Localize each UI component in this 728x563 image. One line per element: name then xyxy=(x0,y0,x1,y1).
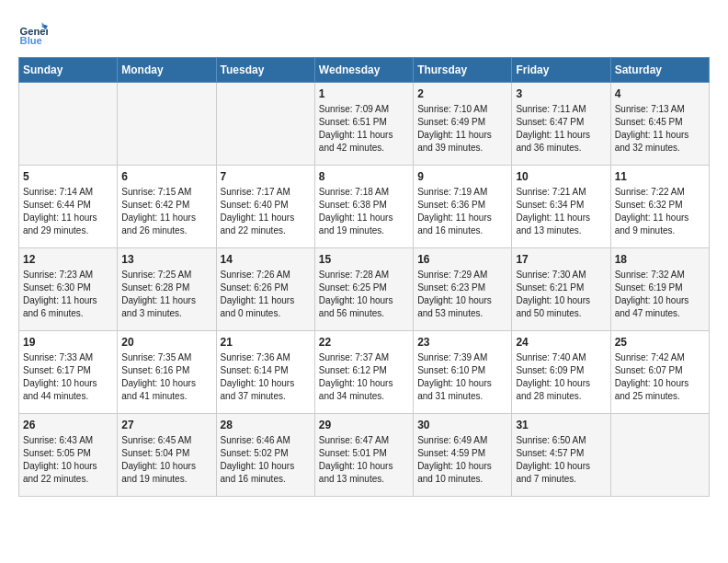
weekday-header-tuesday: Tuesday xyxy=(216,58,314,83)
day-info: Sunrise: 7:36 AMSunset: 6:14 PMDaylight:… xyxy=(221,351,311,403)
calendar-cell: 18Sunrise: 7:32 AMSunset: 6:19 PMDayligh… xyxy=(610,248,709,331)
day-info: Sunrise: 6:47 AMSunset: 5:01 PMDaylight:… xyxy=(319,434,409,486)
week-row-2: 5Sunrise: 7:14 AMSunset: 6:44 PMDaylight… xyxy=(19,166,710,248)
day-info: Sunrise: 7:40 AMSunset: 6:09 PMDaylight:… xyxy=(516,351,606,403)
day-info: Sunrise: 7:21 AMSunset: 6:34 PMDaylight:… xyxy=(516,186,606,237)
calendar-cell xyxy=(118,83,216,166)
calendar-cell: 11Sunrise: 7:22 AMSunset: 6:32 PMDayligh… xyxy=(610,166,709,248)
calendar-cell: 2Sunrise: 7:10 AMSunset: 6:49 PMDaylight… xyxy=(414,83,512,166)
calendar-cell: 15Sunrise: 7:28 AMSunset: 6:25 PMDayligh… xyxy=(314,248,413,331)
calendar-cell: 27Sunrise: 6:45 AMSunset: 5:04 PMDayligh… xyxy=(118,414,216,497)
day-info: Sunrise: 7:35 AMSunset: 6:16 PMDaylight:… xyxy=(121,351,211,403)
day-info: Sunrise: 7:42 AMSunset: 6:07 PMDaylight:… xyxy=(615,351,705,403)
calendar-cell: 7Sunrise: 7:17 AMSunset: 6:40 PMDaylight… xyxy=(216,166,314,248)
calendar-cell: 20Sunrise: 7:35 AMSunset: 6:16 PMDayligh… xyxy=(118,331,216,414)
day-info: Sunrise: 7:28 AMSunset: 6:25 PMDaylight:… xyxy=(319,269,409,320)
day-number: 2 xyxy=(417,87,507,100)
day-info: Sunrise: 7:18 AMSunset: 6:38 PMDaylight:… xyxy=(319,186,409,237)
day-number: 26 xyxy=(23,419,113,431)
day-number: 27 xyxy=(121,419,211,431)
page-header: General Blue xyxy=(18,18,710,48)
calendar-cell: 24Sunrise: 7:40 AMSunset: 6:09 PMDayligh… xyxy=(512,331,610,414)
calendar-cell: 17Sunrise: 7:30 AMSunset: 6:21 PMDayligh… xyxy=(512,248,610,331)
calendar-cell: 19Sunrise: 7:33 AMSunset: 6:17 PMDayligh… xyxy=(19,331,118,414)
day-number: 3 xyxy=(516,87,606,100)
logo: General Blue xyxy=(18,18,55,48)
calendar-cell: 25Sunrise: 7:42 AMSunset: 6:07 PMDayligh… xyxy=(610,331,709,414)
day-info: Sunrise: 6:46 AMSunset: 5:02 PMDaylight:… xyxy=(221,434,311,486)
calendar-cell: 10Sunrise: 7:21 AMSunset: 6:34 PMDayligh… xyxy=(512,166,610,248)
calendar-cell: 9Sunrise: 7:19 AMSunset: 6:36 PMDaylight… xyxy=(414,166,512,248)
weekday-header-monday: Monday xyxy=(118,58,216,83)
calendar-cell: 14Sunrise: 7:26 AMSunset: 6:26 PMDayligh… xyxy=(216,248,314,331)
day-number: 12 xyxy=(23,253,113,266)
day-info: Sunrise: 7:15 AMSunset: 6:42 PMDaylight:… xyxy=(121,186,211,237)
calendar-cell: 6Sunrise: 7:15 AMSunset: 6:42 PMDaylight… xyxy=(118,166,216,248)
day-number: 13 xyxy=(121,253,211,266)
day-info: Sunrise: 7:32 AMSunset: 6:19 PMDaylight:… xyxy=(615,269,705,320)
day-number: 23 xyxy=(417,336,507,349)
day-number: 14 xyxy=(221,253,311,266)
day-number: 9 xyxy=(417,170,507,183)
day-info: Sunrise: 7:30 AMSunset: 6:21 PMDaylight:… xyxy=(516,269,606,320)
day-number: 25 xyxy=(615,336,705,349)
calendar-cell: 8Sunrise: 7:18 AMSunset: 6:38 PMDaylight… xyxy=(314,166,413,248)
day-number: 31 xyxy=(516,419,606,431)
day-number: 16 xyxy=(417,253,507,266)
day-info: Sunrise: 7:39 AMSunset: 6:10 PMDaylight:… xyxy=(417,351,507,403)
calendar-cell: 21Sunrise: 7:36 AMSunset: 6:14 PMDayligh… xyxy=(216,331,314,414)
day-number: 7 xyxy=(221,170,311,183)
weekday-header-thursday: Thursday xyxy=(414,58,512,83)
day-number: 11 xyxy=(615,170,705,183)
calendar-cell xyxy=(216,83,314,166)
day-number: 28 xyxy=(221,419,311,431)
day-info: Sunrise: 7:29 AMSunset: 6:23 PMDaylight:… xyxy=(417,269,507,320)
day-info: Sunrise: 7:09 AMSunset: 6:51 PMDaylight:… xyxy=(319,103,409,155)
day-number: 8 xyxy=(319,170,409,183)
calendar-cell: 13Sunrise: 7:25 AMSunset: 6:28 PMDayligh… xyxy=(118,248,216,331)
day-number: 24 xyxy=(516,336,606,349)
calendar-cell: 31Sunrise: 6:50 AMSunset: 4:57 PMDayligh… xyxy=(512,414,610,497)
calendar-cell: 22Sunrise: 7:37 AMSunset: 6:12 PMDayligh… xyxy=(314,331,413,414)
day-info: Sunrise: 7:33 AMSunset: 6:17 PMDaylight:… xyxy=(23,351,113,403)
day-number: 10 xyxy=(516,170,606,183)
calendar-cell: 1Sunrise: 7:09 AMSunset: 6:51 PMDaylight… xyxy=(314,83,413,166)
calendar-cell: 3Sunrise: 7:11 AMSunset: 6:47 PMDaylight… xyxy=(512,83,610,166)
calendar-cell xyxy=(19,83,118,166)
day-info: Sunrise: 7:11 AMSunset: 6:47 PMDaylight:… xyxy=(516,103,606,155)
calendar-cell: 30Sunrise: 6:49 AMSunset: 4:59 PMDayligh… xyxy=(414,414,512,497)
day-number: 4 xyxy=(615,87,705,100)
calendar-cell xyxy=(610,414,709,497)
day-info: Sunrise: 7:19 AMSunset: 6:36 PMDaylight:… xyxy=(417,186,507,237)
week-row-4: 19Sunrise: 7:33 AMSunset: 6:17 PMDayligh… xyxy=(19,331,710,414)
weekday-header-friday: Friday xyxy=(512,58,610,83)
day-number: 15 xyxy=(319,253,409,266)
day-number: 18 xyxy=(615,253,705,266)
day-info: Sunrise: 6:45 AMSunset: 5:04 PMDaylight:… xyxy=(121,434,211,486)
calendar-cell: 12Sunrise: 7:23 AMSunset: 6:30 PMDayligh… xyxy=(19,248,118,331)
calendar-cell: 4Sunrise: 7:13 AMSunset: 6:45 PMDaylight… xyxy=(610,83,709,166)
calendar-cell: 5Sunrise: 7:14 AMSunset: 6:44 PMDaylight… xyxy=(19,166,118,248)
week-row-3: 12Sunrise: 7:23 AMSunset: 6:30 PMDayligh… xyxy=(19,248,710,331)
day-number: 30 xyxy=(417,419,507,431)
day-info: Sunrise: 7:17 AMSunset: 6:40 PMDaylight:… xyxy=(221,186,311,237)
day-info: Sunrise: 7:22 AMSunset: 6:32 PMDaylight:… xyxy=(615,186,705,237)
weekday-header-sunday: Sunday xyxy=(19,58,118,83)
weekday-header-row: SundayMondayTuesdayWednesdayThursdayFrid… xyxy=(19,58,710,83)
day-number: 29 xyxy=(319,419,409,431)
week-row-5: 26Sunrise: 6:43 AMSunset: 5:05 PMDayligh… xyxy=(19,414,710,497)
day-info: Sunrise: 6:50 AMSunset: 4:57 PMDaylight:… xyxy=(516,434,606,486)
weekday-header-saturday: Saturday xyxy=(610,58,709,83)
day-number: 6 xyxy=(121,170,211,183)
day-info: Sunrise: 6:49 AMSunset: 4:59 PMDaylight:… xyxy=(417,434,507,486)
day-number: 17 xyxy=(516,253,606,266)
day-number: 1 xyxy=(319,87,409,100)
week-row-1: 1Sunrise: 7:09 AMSunset: 6:51 PMDaylight… xyxy=(19,83,710,166)
calendar-table: SundayMondayTuesdayWednesdayThursdayFrid… xyxy=(18,57,710,497)
calendar-cell: 23Sunrise: 7:39 AMSunset: 6:10 PMDayligh… xyxy=(414,331,512,414)
day-info: Sunrise: 7:25 AMSunset: 6:28 PMDaylight:… xyxy=(121,269,211,320)
day-info: Sunrise: 6:43 AMSunset: 5:05 PMDaylight:… xyxy=(23,434,113,486)
day-info: Sunrise: 7:23 AMSunset: 6:30 PMDaylight:… xyxy=(23,269,113,320)
calendar-cell: 26Sunrise: 6:43 AMSunset: 5:05 PMDayligh… xyxy=(19,414,118,497)
day-number: 5 xyxy=(23,170,113,183)
